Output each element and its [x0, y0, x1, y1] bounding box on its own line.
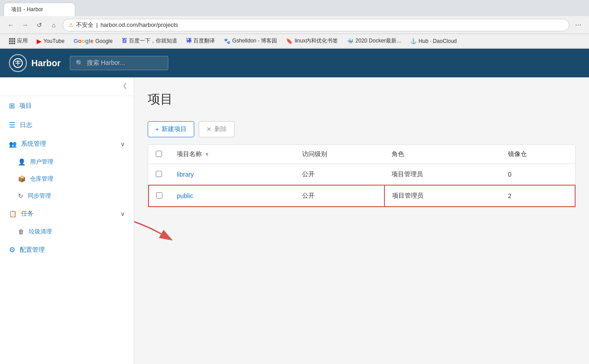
sidebar-sub-tasks: 🗑 垃圾清理	[0, 223, 134, 240]
sidebar-item-config[interactable]: ⚙ 配置管理	[0, 240, 134, 259]
sidebar-item-projects[interactable]: ⊞ 项目	[0, 96, 134, 115]
row-checkbox-1[interactable]	[156, 171, 162, 177]
url-text: harbor.od.com/harbor/projects	[100, 21, 178, 28]
nav-back-button[interactable]: ←	[5, 20, 16, 30]
red-arrow	[134, 212, 179, 247]
browser-tab-active[interactable]: 项目 - Harbor	[4, 3, 75, 16]
bookmarks-bar: 应用 ▶ YouTube Google Google 百 百度一下，你就知道 译…	[0, 34, 589, 48]
main-content: 项目 + 新建项目 ✕ 删除	[134, 77, 589, 364]
sidebar-item-logs[interactable]: ☰ 日志	[0, 115, 134, 135]
box-icon: 📦	[18, 175, 26, 182]
row-count-2: 2	[501, 185, 575, 207]
table-body: library 公开 项目管理员 0 public	[149, 164, 575, 207]
row-name-1: library	[170, 164, 295, 186]
separator: |	[96, 21, 98, 28]
extensions-button[interactable]: ⋯	[573, 20, 584, 30]
bookmark-gshelldon[interactable]: 🐾 Gshelldon - 博客园	[220, 36, 281, 46]
task-icon: 📋	[9, 210, 17, 217]
sidebar-item-sync-mgmt[interactable]: ↻ 同步管理	[0, 187, 134, 204]
bookmark-youtube[interactable]: ▶ YouTube	[33, 37, 68, 46]
youtube-icon: ▶	[37, 38, 42, 45]
browser-address-bar: ← → ↺ ⌂ ⚠ 不安全 | harbor.od.com/harbor/pro…	[0, 16, 589, 34]
row-check-2	[149, 185, 170, 207]
table-row: library 公开 项目管理员 0	[149, 164, 575, 186]
nav-forward-button[interactable]: →	[20, 20, 30, 30]
google-icon: Google	[73, 38, 94, 44]
harbor-logo-icon	[9, 54, 27, 72]
sidebar-item-trash[interactable]: 🗑 垃圾清理	[0, 223, 134, 240]
bookmark-google[interactable]: Google Google	[70, 37, 116, 45]
chevron-down-icon: ∨	[120, 140, 125, 148]
row-checkbox-2[interactable]	[156, 192, 162, 199]
harbor-logo-text: Harbor	[31, 58, 61, 68]
sidebar-label-trash: 垃圾清理	[29, 228, 52, 236]
browser-chrome: 项目 - Harbor ← → ↺ ⌂ ⚠ 不安全 | harbor.od.co…	[0, 0, 589, 49]
th-count-label: 镜像仓	[508, 150, 527, 157]
th-role: 角色	[384, 145, 501, 164]
table-row: public 公开 项目管理员 2	[149, 185, 575, 207]
grid-icon: ⊞	[9, 102, 15, 110]
collapse-button[interactable]: 《	[120, 82, 127, 91]
row-role-1: 项目管理员	[384, 164, 501, 186]
table-header: 项目名称 ▼ 访问级别 角色 镜像仓	[149, 145, 575, 164]
sidebar-label-sync-mgmt: 同步管理	[28, 192, 51, 200]
th-check	[149, 145, 170, 164]
projects-table: 项目名称 ▼ 访问级别 角色 镜像仓	[148, 145, 575, 207]
list-icon: ☰	[9, 121, 15, 129]
th-access: 访问级别	[295, 145, 384, 164]
docker-icon: 🐳	[347, 38, 354, 44]
th-role-label: 角色	[392, 150, 404, 157]
harbor-logo: Harbor	[9, 54, 61, 72]
close-icon: ✕	[206, 126, 212, 133]
search-icon: 🔍	[76, 59, 83, 67]
new-project-button[interactable]: + 新建项目	[148, 121, 194, 137]
user-icon: 👤	[18, 158, 26, 165]
sync-icon: ↻	[18, 192, 23, 199]
harbor-header: Harbor 🔍 搜索 Harbor...	[0, 49, 589, 77]
nav-reload-button[interactable]: ↺	[34, 20, 45, 30]
apps-icon	[9, 38, 15, 44]
hub-icon: ⚓	[410, 38, 417, 44]
project-link-public[interactable]: public	[177, 192, 193, 199]
gshelldon-icon: 🐾	[224, 38, 230, 44]
toolbar: + 新建项目 ✕ 删除	[148, 121, 576, 137]
sidebar-label-user-mgmt: 用户管理	[30, 158, 53, 166]
bookmark-baidu[interactable]: 百 百度一下，你就知道	[118, 36, 181, 46]
harbor-search[interactable]: 🔍 搜索 Harbor...	[70, 56, 168, 70]
sidebar-label-config: 配置管理	[20, 246, 125, 254]
row-access-2: 公开	[295, 185, 384, 207]
users-icon: 👥	[9, 140, 17, 148]
security-warning-icon: ⚠	[68, 22, 73, 28]
address-field[interactable]: ⚠ 不安全 | harbor.od.com/harbor/projects	[63, 19, 569, 31]
projects-table-container: 项目名称 ▼ 访问级别 角色 镜像仓	[148, 144, 576, 207]
harbor-app: Harbor 🔍 搜索 Harbor... 《 ⊞ 项目 ☰ 日志	[0, 49, 589, 364]
sidebar-label-logs: 日志	[20, 121, 125, 129]
sidebar: 《 ⊞ 项目 ☰ 日志 👥 系统管理 ∨ 👤 用户	[0, 77, 134, 364]
chevron-down-icon-tasks: ∨	[120, 210, 125, 217]
bookmark-linux[interactable]: 🔖 linux内和优化书签	[282, 36, 341, 46]
row-name-2: public	[170, 185, 295, 207]
sort-icon[interactable]: ▼	[205, 152, 209, 157]
sidebar-item-user-mgmt[interactable]: 👤 用户管理	[0, 153, 134, 170]
bookmark-docker[interactable]: 🐳 2020 Docker最新...	[343, 36, 405, 46]
sidebar-item-repo-mgmt[interactable]: 📦 仓库管理	[0, 170, 134, 187]
harbor-body: 《 ⊞ 项目 ☰ 日志 👥 系统管理 ∨ 👤 用户	[0, 77, 589, 364]
select-all-checkbox[interactable]	[156, 151, 162, 157]
delete-button[interactable]: ✕ 删除	[199, 121, 235, 137]
bookmark-hub[interactable]: ⚓ Hub · DaoCloud	[406, 37, 460, 45]
sidebar-item-system-admin[interactable]: 👥 系统管理 ∨	[0, 135, 134, 153]
baidu-icon: 百	[122, 37, 127, 45]
trash-icon: 🗑	[18, 228, 24, 235]
bookmark-baidu-translate[interactable]: 译 百度翻译	[183, 36, 218, 46]
sidebar-label-projects: 项目	[19, 102, 125, 110]
project-link-library[interactable]: library	[177, 171, 194, 178]
nav-home-button[interactable]: ⌂	[48, 20, 59, 30]
th-access-label: 访问级别	[302, 150, 327, 157]
browser-tabs: 项目 - Harbor	[0, 0, 589, 16]
th-count: 镜像仓	[501, 145, 575, 164]
row-role-2: 项目管理员	[384, 185, 501, 207]
sidebar-item-tasks[interactable]: 📋 任务 ∨	[0, 204, 134, 223]
plus-icon: +	[155, 126, 159, 133]
bookmark-apps[interactable]: 应用	[5, 36, 31, 46]
new-project-label: 新建项目	[162, 125, 187, 133]
